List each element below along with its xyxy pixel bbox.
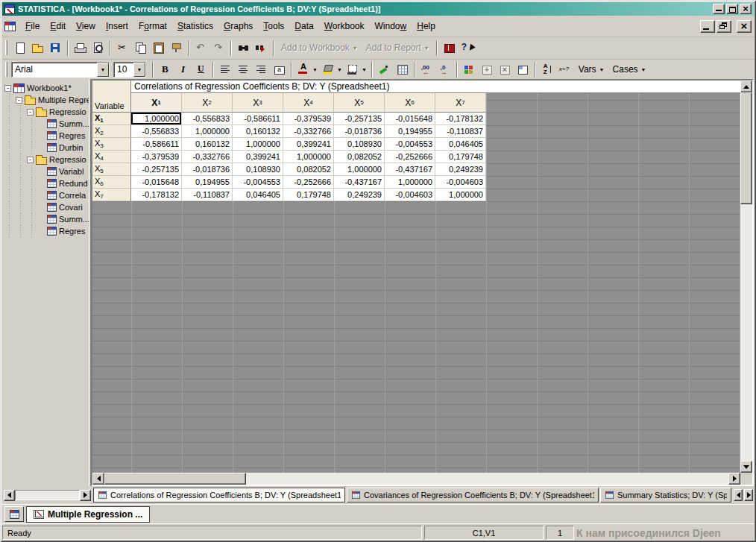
toolbar-grip[interactable] xyxy=(5,40,7,55)
cell[interactable]: 1,000000 xyxy=(131,113,182,125)
tree-item[interactable]: Summ... xyxy=(4,118,89,130)
underline-button[interactable] xyxy=(192,61,210,78)
fill-color-button[interactable]: ▼ xyxy=(320,61,344,78)
help-book-button[interactable] xyxy=(441,40,458,57)
scroll-up-button[interactable] xyxy=(740,81,752,92)
tree-item[interactable]: Covari xyxy=(4,201,89,213)
row-header[interactable]: X1 xyxy=(92,113,131,125)
cell[interactable]: -0,379539 xyxy=(131,151,182,163)
cell[interactable]: -0,437167 xyxy=(334,176,385,189)
cell[interactable]: 0,194955 xyxy=(182,176,233,189)
cell[interactable]: -0,018736 xyxy=(182,163,233,176)
tree-item[interactable]: Redund xyxy=(4,177,89,189)
print-button[interactable] xyxy=(72,40,89,57)
scroll-left-button[interactable] xyxy=(92,473,104,485)
gridlines-button[interactable] xyxy=(394,61,411,78)
cell[interactable]: -0,332766 xyxy=(283,125,334,138)
font-size-combo[interactable]: 10▼ xyxy=(113,62,146,78)
row-header[interactable]: X5 xyxy=(92,163,131,176)
menu-item-edit[interactable]: Edit xyxy=(45,19,71,34)
tree-expander-icon[interactable]: - xyxy=(4,85,11,92)
row-header[interactable]: X3 xyxy=(92,138,131,151)
cell[interactable]: -0,110837 xyxy=(182,189,233,201)
cell[interactable]: 0,082052 xyxy=(283,163,334,176)
cases-button[interactable]: Cases▼ xyxy=(609,61,650,78)
sheet-tab[interactable]: Summary Statistics; DV: Y (Spreadsh xyxy=(600,488,731,502)
cell[interactable]: 1,000000 xyxy=(435,189,486,201)
cell[interactable]: 0,160132 xyxy=(182,138,233,151)
column-header[interactable]: X5 xyxy=(334,93,385,113)
tabs-scroll-left-button[interactable] xyxy=(734,489,743,501)
tree-item[interactable]: -Multiple Regre xyxy=(4,94,89,106)
cell[interactable]: -0,004553 xyxy=(233,176,283,189)
scroll-down-button[interactable] xyxy=(740,461,752,473)
italic-button[interactable] xyxy=(174,61,192,78)
cell[interactable]: -0,257135 xyxy=(131,163,182,176)
tree-item[interactable]: -Regressio xyxy=(4,106,89,118)
column-header[interactable]: X2 xyxy=(182,93,233,113)
column-header[interactable]: X4 xyxy=(283,93,334,113)
menu-item-window[interactable]: Window xyxy=(370,19,412,34)
cell[interactable]: 1,000000 xyxy=(233,138,283,151)
menu-item-insert[interactable]: Insert xyxy=(101,19,133,34)
cell[interactable]: -0,437167 xyxy=(385,163,435,176)
cell[interactable]: 1,000000 xyxy=(283,151,334,163)
print-preview-button[interactable] xyxy=(89,40,107,57)
menu-item-help[interactable]: Help xyxy=(412,19,441,34)
borders-button[interactable]: ▼ xyxy=(344,61,368,78)
cell[interactable]: -0,556833 xyxy=(182,113,233,125)
menu-item-statistics[interactable]: Statistics xyxy=(172,19,218,34)
cell[interactable]: 1,000000 xyxy=(334,163,385,176)
cell[interactable]: -0,015648 xyxy=(385,113,435,125)
vertical-scroll-thumb[interactable] xyxy=(740,92,752,204)
mdi-minimize-button[interactable] xyxy=(700,20,715,33)
cell[interactable]: -0,257135 xyxy=(334,113,385,125)
select-conditions-button[interactable] xyxy=(557,61,574,78)
context-help-button[interactable] xyxy=(459,40,476,57)
scroll-track[interactable] xyxy=(740,204,752,461)
horizontal-scrollbar[interactable] xyxy=(92,473,740,485)
copy-button[interactable] xyxy=(132,40,149,57)
decrease-decimals-button[interactable] xyxy=(436,61,453,78)
workbook-tab[interactable]: Multiple Regression ... xyxy=(26,506,150,523)
cell[interactable]: 0,046405 xyxy=(435,138,486,151)
increase-decimals-button[interactable] xyxy=(418,61,435,78)
cell[interactable]: 0,108930 xyxy=(334,138,385,151)
tree-scroll-track[interactable] xyxy=(15,490,80,500)
cell[interactable]: 1,000000 xyxy=(182,125,233,138)
align-left-button[interactable] xyxy=(217,61,234,78)
cell[interactable]: -0,004553 xyxy=(385,138,435,151)
menu-item-file[interactable]: File xyxy=(20,19,45,34)
marker-button[interactable] xyxy=(376,61,393,78)
cell[interactable]: 0,249239 xyxy=(435,163,486,176)
format-painter-button[interactable] xyxy=(168,40,185,57)
save-button[interactable] xyxy=(47,40,64,57)
cell[interactable]: -0,556833 xyxy=(131,125,182,138)
menu-item-format[interactable]: Format xyxy=(133,19,172,34)
sort-button[interactable] xyxy=(539,61,556,78)
cell[interactable]: -0,018736 xyxy=(334,125,385,138)
scroll-track[interactable] xyxy=(246,473,728,485)
column-header[interactable]: X7 xyxy=(435,93,486,113)
cell[interactable]: -0,586611 xyxy=(233,113,283,125)
menu-item-view[interactable]: View xyxy=(71,19,101,34)
tree-expander-icon[interactable]: - xyxy=(27,109,34,116)
tree-item[interactable]: -Regressio xyxy=(4,154,89,166)
align-center-button[interactable] xyxy=(235,61,252,78)
row-header[interactable]: X4 xyxy=(92,151,131,163)
cell[interactable]: -0,110837 xyxy=(435,125,486,138)
column-header[interactable]: X6 xyxy=(385,93,435,113)
merge-cells-button[interactable] xyxy=(271,61,288,78)
close-button[interactable]: × xyxy=(740,4,752,14)
cell[interactable]: 0,046405 xyxy=(233,189,283,201)
cell[interactable]: 0,249239 xyxy=(334,189,385,201)
row-header[interactable]: X7 xyxy=(92,189,131,201)
tree-item[interactable]: Correla xyxy=(4,189,89,201)
cell[interactable]: -0,252666 xyxy=(385,151,435,163)
vars-button[interactable]: Vars▼ xyxy=(575,61,608,78)
menu-item-tools[interactable]: Tools xyxy=(258,19,289,34)
row-header[interactable]: X6 xyxy=(92,176,131,189)
scroll-right-button[interactable] xyxy=(728,473,740,485)
fill-block-button[interactable] xyxy=(514,61,532,78)
dropdown-arrow-icon[interactable]: ▼ xyxy=(133,63,145,77)
